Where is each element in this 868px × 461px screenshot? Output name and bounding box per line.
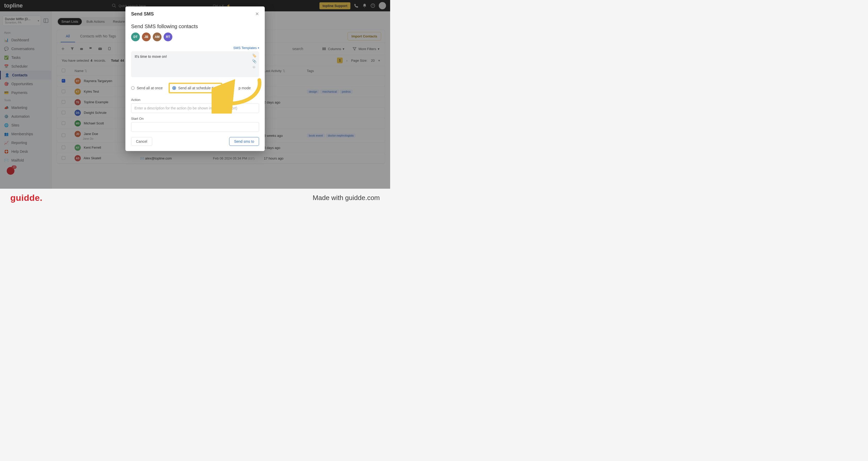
message-value: It's time to move on! <box>135 55 167 59</box>
radio-drip-mode[interactable]: p mode <box>239 86 251 90</box>
action-input[interactable] <box>131 103 259 113</box>
guidde-watermark-bar: guidde. Made with guidde.com <box>0 189 390 207</box>
send-sms-modal: Send SMS ✕ Send SMS following contacts D… <box>125 6 265 151</box>
modal-title: Send SMS <box>131 11 154 17</box>
radio-icon <box>131 86 135 90</box>
guidde-made-with: Made with guidde.com <box>313 194 380 202</box>
send-sms-button[interactable]: Send sms to <box>229 137 259 146</box>
recipient-avatars: DTJBAMRT <box>131 33 259 41</box>
emoji-icon[interactable]: ☺ <box>252 65 256 69</box>
sms-templates-link[interactable]: SMS Templates ▾ <box>131 46 259 50</box>
send-mode-radios: Send all at once Send all at schedule ti… <box>131 83 259 93</box>
modal-subtitle: Send SMS following contacts <box>131 24 259 29</box>
action-label: Action <box>131 98 259 102</box>
cancel-button[interactable]: Cancel <box>131 137 152 146</box>
guidde-logo: guidde. <box>10 193 42 203</box>
attach-icon[interactable]: 📎 <box>252 59 256 63</box>
message-input[interactable]: It's time to move on! 🏷️ 📎 ☺ <box>131 51 259 77</box>
start-on-input[interactable] <box>131 122 259 132</box>
recipient-avatar: JB <box>142 33 151 41</box>
recipient-avatar: AM <box>153 33 161 41</box>
close-icon[interactable]: ✕ <box>255 11 259 17</box>
tag-icon[interactable]: 🏷️ <box>252 54 256 58</box>
recipient-avatar: RT <box>163 33 173 41</box>
start-on-label: Start On <box>131 117 259 121</box>
radio-send-all-once[interactable]: Send all at once <box>131 86 162 90</box>
radio-send-schedule[interactable]: Send all at schedule time <box>173 86 218 90</box>
chevron-down-icon: ▾ <box>258 47 259 49</box>
radio-icon <box>173 86 176 90</box>
recipient-avatar: DT <box>131 33 140 41</box>
annotation-highlight: Send all at schedule time <box>169 83 222 93</box>
